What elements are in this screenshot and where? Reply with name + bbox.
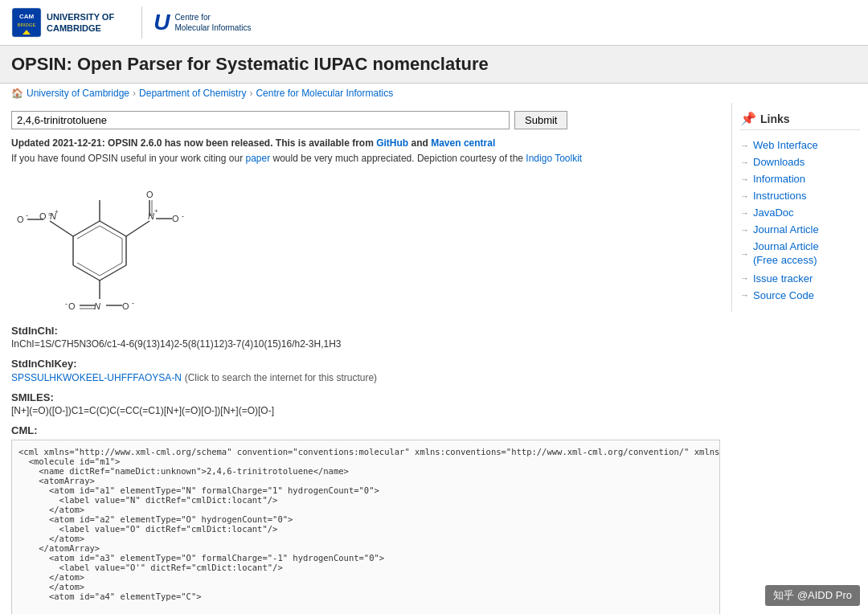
molecule-area: N O O - O = N O - — [11, 174, 720, 313]
content-area: Submit Updated 2021-12-21: OPSIN 2.6.0 h… — [0, 103, 731, 614]
sidebar-arrow-icon: → — [740, 290, 749, 300]
svg-line-15 — [126, 221, 149, 236]
sidebar-arrow-icon: → — [740, 249, 749, 259]
svg-line-6 — [100, 265, 126, 280]
svg-text:O: O — [17, 215, 24, 224]
main-layout: Submit Updated 2021-12-21: OPSIN 2.6.0 h… — [0, 103, 868, 614]
breadcrumb: 🏠 University of Cambridge › Department o… — [0, 84, 868, 103]
sidebar-item-issue-tracker[interactable]: →Issue tracker — [740, 270, 860, 287]
sidebar-link-javadoc[interactable]: JavaDoc — [753, 207, 794, 219]
submit-button[interactable]: Submit — [514, 111, 567, 129]
update-line1: Updated 2021-12-21: OPSIN 2.6.0 has now … — [11, 137, 495, 149]
svg-text:N: N — [148, 211, 154, 221]
svg-text:-: - — [132, 299, 134, 307]
stdinchikey-label: StdInChIKey: — [11, 358, 720, 370]
svg-text:BRIDGE: BRIDGE — [17, 23, 35, 27]
breadcrumb-cmi[interactable]: Centre for Molecular Informatics — [256, 88, 393, 99]
github-link[interactable]: GitHub — [376, 137, 408, 149]
sidebar-arrow-icon: → — [740, 191, 749, 201]
stdinchikey-section: StdInChIKey: SPSSULHKWOKEEL-UHFFFAOYSA-N… — [11, 358, 720, 383]
sidebar-arrow-icon: → — [740, 158, 749, 167]
indigo-link[interactable]: Indigo Toolkit — [526, 153, 582, 164]
sidebar-item-javadoc[interactable]: →JavaDoc — [740, 204, 860, 221]
stdinchikey-link[interactable]: SPSSULHKWOKEEL-UHFFFAOYSA-N — [11, 372, 182, 383]
svg-line-4 — [100, 221, 126, 236]
cambridge-logo: CAM BRIDGE UNIVERSITY OF CAMBRIDGE — [11, 7, 114, 38]
svg-text:-: - — [65, 300, 68, 308]
svg-text:+: + — [154, 207, 158, 215]
sidebar-link-source-code[interactable]: Source Code — [753, 289, 814, 301]
sidebar-link-information[interactable]: Information — [753, 173, 805, 185]
title-bar: OPSIN: Open Parser for Systematic IUPAC … — [0, 46, 868, 84]
update-notice: Updated 2021-12-21: OPSIN 2.6.0 has now … — [11, 136, 720, 166]
sidebar-link-journal-article-free[interactable]: Journal Article(Free access) — [753, 240, 819, 268]
sidebar-arrow-icon: → — [740, 141, 749, 150]
sidebar-link-journal-article[interactable]: Journal Article — [753, 223, 819, 235]
sidebar-arrow-icon: → — [740, 273, 749, 283]
cml-section: CML: <cml xmlns="http://www.xml-cml.org/… — [11, 424, 720, 614]
breadcrumb-chemistry[interactable]: Department of Chemistry — [139, 88, 246, 99]
sidebar-item-instructions[interactable]: →Instructions — [740, 187, 860, 204]
stdinchi-value: InChI=1S/C7H5N3O6/c1-4-6(9(13)14)2-5(8(1… — [11, 338, 720, 350]
sidebar-title: 📌 Links — [740, 111, 860, 130]
svg-line-24 — [50, 221, 73, 236]
cml-label: CML: — [11, 424, 720, 436]
cambridge-shield-icon: CAM BRIDGE — [11, 7, 42, 38]
paper-link[interactable]: paper — [245, 153, 270, 164]
sidebar-item-web-interface[interactable]: →Web Interface — [740, 137, 860, 154]
links-icon: 📌 — [740, 111, 756, 126]
header: CAM BRIDGE UNIVERSITY OF CAMBRIDGE U Cen… — [0, 0, 868, 46]
sidebar-item-downloads[interactable]: →Downloads — [740, 154, 860, 170]
sidebar-arrow-icon: → — [740, 225, 749, 235]
sidebar-arrow-icon: → — [740, 174, 749, 184]
stdinchikey-note: (Click to search the internet for this s… — [185, 372, 377, 383]
sidebar-link-issue-tracker[interactable]: Issue tracker — [753, 272, 813, 284]
cmi-logo: U Centre for Molecular Informatics — [154, 10, 251, 35]
smiles-section: SMILES: [N+](=O)([O-])C1=C(C)C(=CC(=C1)[… — [11, 391, 720, 416]
sidebar-items: →Web Interface→Downloads→Information→Ins… — [740, 137, 860, 304]
sidebar: 📌 Links →Web Interface→Downloads→Informa… — [731, 103, 868, 312]
svg-text:+: + — [55, 208, 59, 215]
svg-text:O: O — [68, 301, 76, 311]
home-icon: 🏠 — [11, 88, 23, 99]
sidebar-arrow-icon: → — [740, 208, 749, 218]
maven-link[interactable]: Maven central — [431, 137, 495, 149]
sidebar-link-downloads[interactable]: Downloads — [753, 156, 805, 168]
svg-text:O: O — [172, 214, 179, 223]
search-area: Submit — [11, 111, 720, 129]
sidebar-item-information[interactable]: →Information — [740, 170, 860, 187]
svg-text:-: - — [26, 211, 28, 219]
sidebar-link-web-interface[interactable]: Web Interface — [753, 139, 818, 151]
svg-text:O: O — [146, 190, 154, 199]
svg-text:CAM: CAM — [19, 13, 35, 20]
molecule-image: N O O - O = N O - — [11, 174, 188, 311]
cambridge-name: UNIVERSITY OF CAMBRIDGE — [47, 11, 114, 35]
svg-text:-: - — [182, 212, 184, 220]
sidebar-item-source-code[interactable]: →Source Code — [740, 287, 860, 304]
sidebar-item-journal-article[interactable]: →Journal Article — [740, 221, 860, 238]
svg-text:O: O — [122, 301, 129, 311]
breadcrumb-cambridge[interactable]: University of Cambridge — [27, 88, 129, 99]
header-divider — [141, 6, 142, 39]
svg-line-9 — [73, 221, 100, 236]
sidebar-item-journal-article-free[interactable]: →Journal Article(Free access) — [740, 238, 860, 270]
cml-content[interactable]: <cml xmlns="http://www.xml-cml.org/schem… — [11, 440, 720, 614]
stdinchi-label: StdInChI: — [11, 325, 720, 337]
stdinchi-section: StdInChI: InChI=1S/C7H5N3O6/c1-4-6(9(13)… — [11, 325, 720, 350]
search-input[interactable] — [11, 111, 510, 129]
smiles-value: [N+](=O)([O-])C1=C(C)C(=CC(=C1)[N+](=O)[… — [11, 405, 720, 416]
svg-line-7 — [73, 265, 100, 280]
smiles-label: SMILES: — [11, 391, 720, 403]
page-title: OPSIN: Open Parser for Systematic IUPAC … — [11, 54, 857, 75]
svg-text:N: N — [94, 301, 100, 311]
sidebar-link-instructions[interactable]: Instructions — [753, 190, 806, 202]
